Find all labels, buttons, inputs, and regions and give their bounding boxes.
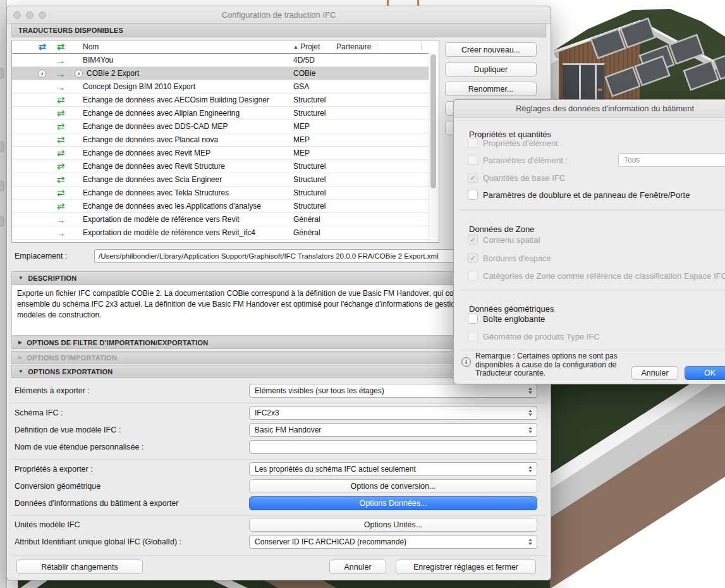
translator-name: COBie 2 Export (87, 69, 139, 78)
checkbox-bounding-box[interactable] (468, 314, 478, 324)
duplicate-button[interactable]: Dupliquer (445, 62, 537, 77)
translator-name: Echange de données avec Tekla Structures (74, 188, 293, 197)
rename-button[interactable]: Renommer... (445, 82, 537, 96)
checkbox-row[interactable]: Paramètres de doublure et de panneau de … (454, 190, 725, 201)
table-row[interactable]: ⇄ Echange de données avec Scia Engineer … (12, 173, 439, 187)
table-row[interactable]: ⇄ Echange de données avec Allplan Engine… (12, 107, 439, 120)
ifc-schema-select[interactable]: IFC2x3 (249, 406, 537, 420)
table-row[interactable]: ⇄ Echange de données avec Tekla Structur… (12, 187, 439, 200)
checkbox-row[interactable]: ✓ Contenu spatial (454, 235, 725, 246)
table-row[interactable]: ⇄ Echange de données avec Revit Structur… (12, 160, 439, 173)
translator-project: Structurel (293, 162, 336, 171)
zoom-button[interactable] (39, 11, 46, 19)
translator-project: MEP (293, 149, 336, 157)
translator-name: BIM4You (74, 56, 293, 64)
column-partenaire[interactable]: Partenaire (336, 42, 377, 51)
checkbox-label: Quantités de base IFC (483, 173, 565, 183)
table-row[interactable]: ⇄ Echange de données avec Revit MEP MEP (12, 147, 439, 160)
table-row[interactable]: → Concept Design BIM 2010 Export GSA (12, 80, 439, 94)
model-view-definition-label: Définition de vue modèle IFC : (15, 423, 245, 437)
check-icon: ✓ (470, 175, 475, 181)
data-dialog-title: Réglages des données d'information du bâ… (516, 104, 694, 113)
checkbox-row[interactable]: Géométrie de produits Type IFC (454, 331, 725, 343)
checkbox-ifc-base-quantities[interactable]: ✓ (468, 173, 478, 183)
translator-name: Echange de données avec les Applications… (74, 202, 293, 211)
collapsed-triangle-icon: ▶ (18, 355, 22, 360)
element-parameters-select[interactable]: Tous (618, 153, 725, 167)
check-icon: ✓ (470, 236, 475, 243)
info-icon: i (461, 357, 471, 367)
two-way-arrow-icon: ⇄ (47, 200, 74, 212)
checkbox-window-door-lining-params[interactable] (468, 190, 478, 200)
units-options-button[interactable]: Options Unités... (249, 518, 537, 532)
checkbox-row[interactable]: Boîte englobante (454, 314, 725, 325)
translator-project: Général (293, 228, 336, 237)
table-row[interactable]: → Exportation de modèle de référence ver… (12, 213, 439, 226)
translator-name: Echange de données avec Allplan Engineer… (74, 109, 293, 118)
column-empty (377, 42, 422, 51)
translator-project: MEP (293, 122, 336, 131)
translator-name: Concept Design BIM 2010 Export (74, 82, 293, 91)
checkbox-space-boundaries[interactable]: ✓ (468, 253, 478, 263)
expand-button[interactable]: › (38, 70, 46, 78)
close-button[interactable] (13, 11, 21, 19)
data-options-button[interactable]: Options Données... (249, 496, 537, 510)
translator-project: Général (293, 215, 336, 224)
checkbox-row[interactable]: ✓ Bordures d'espace (454, 253, 725, 264)
window-controls (13, 6, 46, 23)
revert-changes-button[interactable]: Rétablir changements (16, 560, 143, 574)
create-new-button[interactable]: Créer nouveau... (445, 42, 537, 57)
table-scrollbar[interactable] (429, 53, 439, 242)
export-arrow-icon: → (47, 228, 74, 238)
save-settings-button[interactable]: Enregistrer réglages et fermer (396, 560, 536, 574)
translator-project: Structurel (293, 95, 336, 104)
table-row[interactable]: ⇄ Echange de données avec AECOsim Buildi… (12, 94, 439, 107)
checkbox-element-parameters[interactable] (468, 155, 478, 165)
scrollbar-thumb[interactable] (430, 54, 436, 188)
elements-to-export-select[interactable]: Eléments visibles (sur tous les étages) (249, 384, 537, 398)
model-view-definition-select[interactable]: Basic FM Handover (249, 423, 537, 437)
conversion-options-button[interactable]: Options de conversion... (249, 479, 537, 493)
checkbox-row[interactable]: Catégories de Zone comme référence de cl… (454, 271, 725, 282)
checkbox-label: Paramètres d'élément : (483, 155, 568, 166)
checkbox-row[interactable]: Propriétés d'élément (454, 138, 725, 149)
table-row[interactable]: ⇄ Echange de données avec DDS-CAD MEP ME… (12, 120, 439, 133)
table-body: → BIM4You 4D/5D › → ›COBie 2 Export COBi… (12, 54, 439, 240)
checkbox-element-properties[interactable] (468, 138, 478, 148)
minimize-button[interactable] (26, 11, 34, 19)
description-bar-label: DESCRIPTION (28, 274, 76, 282)
two-way-arrow-icon: ⇄ (47, 147, 74, 159)
column-nom[interactable]: Nom (74, 42, 293, 51)
footer-divider (11, 555, 546, 556)
checkbox-row[interactable]: ✓ Quantités de base IFC (454, 173, 725, 184)
group-separator (460, 210, 725, 211)
table-row[interactable]: → Exportation de modèle de référence ver… (12, 226, 439, 240)
translators-header-label: TRADUCTEURS DISPONIBLES (18, 27, 123, 34)
data-cancel-button[interactable]: Annuler (631, 366, 678, 380)
main-dialog-titlebar[interactable]: Configuration de traduction IFC (7, 6, 551, 24)
custom-view-name-input[interactable] (249, 440, 537, 454)
table-row-selected[interactable]: › → ›COBie 2 Export COBie (12, 67, 439, 80)
checkbox-ifc-type-product-geometry[interactable] (468, 331, 478, 341)
properties-to-export-select[interactable]: Les propriétés du schéma IFC actuel seul… (249, 462, 537, 476)
cancel-button[interactable]: Annuler (329, 560, 386, 574)
table-row[interactable]: → BIM4You 4D/5D (12, 54, 439, 67)
global-id-select[interactable]: Conserver ID IFC ARCHICAD (recommandé) (249, 535, 537, 549)
checkbox-zone-categories[interactable] (468, 271, 478, 281)
two-way-arrow-icon: ⇄ (47, 94, 74, 106)
building-data-to-export-label: Données d'informations du bâtiment à exp… (15, 496, 245, 510)
export-bar-label: OPTIONS EXPORTATION (28, 368, 113, 376)
check-icon: ✓ (470, 255, 475, 262)
data-ok-button[interactable]: OK (685, 366, 725, 380)
table-row[interactable]: ⇄ Echange de données avec les Applicatio… (12, 200, 439, 213)
column-projet[interactable]: ▲Projet (293, 42, 336, 51)
two-way-arrow-icon: ⇄ (47, 187, 74, 199)
data-dialog-titlebar[interactable]: Réglages des données d'information du bâ… (454, 100, 725, 118)
expand-button[interactable]: › (75, 70, 83, 78)
checkbox-spatial-content[interactable]: ✓ (468, 235, 478, 245)
translator-project: Structurel (293, 188, 336, 197)
global-id-label: Attribut Identifiant unique global IFC (… (15, 535, 245, 549)
checkbox-label: Paramètres de doublure et de panneau de … (483, 190, 690, 200)
table-row[interactable]: ⇄ Echange de données avec Plancal nova M… (12, 133, 439, 147)
translator-name: Echange de données avec Revit MEP (74, 149, 293, 157)
